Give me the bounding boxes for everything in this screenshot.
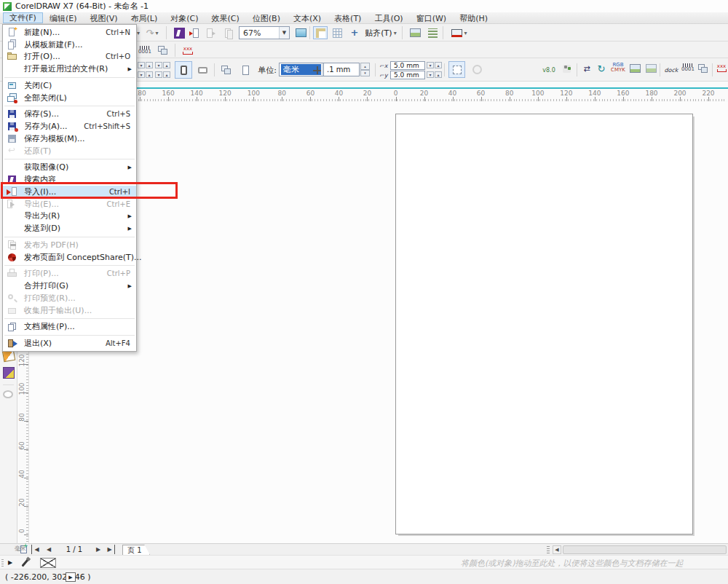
menubar-item-table[interactable]: 表格(T) bbox=[328, 12, 368, 23]
search-content-button[interactable] bbox=[172, 26, 186, 39]
toolbar-separator bbox=[712, 63, 713, 76]
no-color-swatch[interactable] bbox=[40, 558, 56, 568]
color-conversion-button[interactable]: RGB CMYK bbox=[610, 61, 626, 74]
file-menu-item-revert[interactable]: 还原(T) bbox=[3, 145, 136, 157]
resize-options-button[interactable]: ⇄ bbox=[580, 62, 593, 75]
last-page-button[interactable]: ▶ bbox=[105, 545, 115, 554]
ruler-tick bbox=[26, 450, 28, 451]
next-page-button[interactable]: ▶ bbox=[93, 545, 103, 554]
nudge-spinner[interactable]: ▴▾ bbox=[360, 63, 370, 76]
duplicate-x-field[interactable]: 5.0 mm bbox=[390, 61, 425, 70]
file-menu-item-new[interactable]: 新建(N)...Ctrl+N bbox=[3, 26, 136, 39]
zoom-level-combobox[interactable]: 67% ▼ bbox=[239, 26, 290, 39]
treat-as-filled-button[interactable] bbox=[448, 61, 465, 78]
drawing-page[interactable] bbox=[395, 114, 693, 534]
file-menu-item-merge-print[interactable]: 合并打印(G)▶ bbox=[3, 280, 136, 292]
file-menu-item-print[interactable]: 打印(P)...Ctrl+P bbox=[3, 267, 136, 280]
import-button[interactable] bbox=[188, 26, 202, 39]
image-settings-button[interactable] bbox=[628, 62, 642, 75]
file-menu-item-open-recent[interactable]: 打开最近用过的文件(R)▶ bbox=[3, 63, 136, 75]
scrollbar-splitter[interactable] bbox=[547, 546, 550, 553]
file-menu-item-send-to[interactable]: 发送到(D)▶ bbox=[3, 222, 136, 234]
redo-button[interactable]: ↷▾ bbox=[142, 26, 162, 39]
menubar-item-bitmaps[interactable]: 位图(B) bbox=[246, 12, 287, 23]
menubar-item-tools[interactable]: 工具(O) bbox=[368, 12, 409, 23]
menubar-item-object[interactable]: 对象(C) bbox=[164, 12, 205, 23]
duplicate-y-spinner[interactable]: ▾▴ bbox=[427, 71, 443, 78]
page-counter[interactable]: 1 / 1 bbox=[58, 545, 90, 554]
page-height-spinner2[interactable]: ▾▴ bbox=[155, 71, 171, 78]
export-button[interactable] bbox=[204, 26, 218, 39]
image-settings-button-2[interactable] bbox=[644, 62, 658, 75]
file-menu-item-new-from-template[interactable]: 从模板新建(F)... bbox=[3, 39, 136, 51]
landscape-orientation-button[interactable] bbox=[194, 61, 211, 79]
publish-pdf-button[interactable] bbox=[220, 26, 234, 39]
previous-page-button[interactable]: ◀ bbox=[44, 545, 54, 554]
horizontal-scrollbar-thumb[interactable] bbox=[563, 545, 727, 554]
layers-button-2[interactable] bbox=[696, 62, 711, 75]
file-menu-item-close-all[interactable]: 全部关闭(L) bbox=[3, 92, 136, 104]
outline-tool-icon-disabled[interactable] bbox=[3, 390, 13, 398]
all-pages-button[interactable] bbox=[218, 61, 235, 79]
nudge-offset-field[interactable]: .1 mm bbox=[323, 63, 360, 76]
file-menu-item-save-as[interactable]: 另存为(A)...Ctrl+Shift+S bbox=[3, 120, 136, 133]
file-menu-item-save-as-template[interactable]: 保存为模板(M)... bbox=[3, 133, 136, 145]
menubar-item-help[interactable]: 帮助(H) bbox=[453, 12, 494, 23]
file-menu-item-document-properties[interactable]: 文档属性(P)... bbox=[3, 320, 136, 333]
file-menu-item-save[interactable]: 保存(S)...Ctrl+S bbox=[3, 108, 136, 120]
file-menu-item-export-for[interactable]: 导出为(R)▶ bbox=[3, 210, 136, 223]
duplicate-y-field[interactable]: 5.0 mm bbox=[390, 71, 425, 79]
file-menu-item-acquire-image[interactable]: 获取图像(Q)▶ bbox=[3, 161, 136, 173]
show-grid-button[interactable] bbox=[330, 26, 344, 39]
app-launcher-button[interactable]: ▾ bbox=[448, 26, 470, 39]
current-page-button[interactable] bbox=[237, 61, 254, 79]
duplicate-tool-button[interactable] bbox=[156, 44, 170, 57]
compatibility-version-button[interactable]: v8.0 bbox=[540, 63, 558, 76]
file-menu-item-publish-pdf[interactable]: 发布为 PDF(H) bbox=[3, 239, 136, 251]
eyedropper-icon[interactable] bbox=[21, 559, 28, 567]
interactive-fill-tool-icon[interactable] bbox=[3, 367, 15, 379]
share-settings-button[interactable] bbox=[559, 62, 574, 75]
menubar-item-view[interactable]: 视图(V) bbox=[83, 12, 124, 23]
palette-grip[interactable] bbox=[1, 559, 4, 567]
dimension-button-2[interactable]: xxx bbox=[715, 61, 728, 74]
status-expand-button[interactable]: ▶ bbox=[66, 572, 76, 582]
page-tab[interactable]: 页 1 bbox=[122, 545, 150, 555]
portrait-orientation-button[interactable] bbox=[175, 61, 192, 79]
file-menu-item-open[interactable]: 打开(O)...Ctrl+O bbox=[3, 51, 136, 63]
snap-to-dropdown[interactable]: 贴齐(T)▾ bbox=[364, 26, 397, 39]
page-width-spinner[interactable]: ▾▴ bbox=[138, 62, 154, 68]
barcode-button-2[interactable]: 0001 bbox=[680, 61, 696, 74]
file-menu-item-collect-for-output[interactable]: 收集用于输出(U)... bbox=[3, 304, 136, 317]
page-height-spinner[interactable]: ▾▴ bbox=[138, 71, 154, 78]
rotate-options-button[interactable]: ↻ bbox=[595, 62, 608, 75]
palette-flyout-arrow-icon[interactable]: ▶ bbox=[8, 559, 12, 566]
file-menu-item-close[interactable]: 关闭(C) bbox=[3, 79, 136, 92]
first-page-button[interactable]: ◀ bbox=[31, 545, 41, 554]
show-guidelines-button[interactable] bbox=[347, 26, 361, 39]
file-menu-item-export[interactable]: 导出(E)...Ctrl+E bbox=[3, 198, 136, 210]
customize-button[interactable] bbox=[425, 26, 440, 39]
scroll-left-button[interactable]: ◀ bbox=[553, 545, 561, 554]
menubar-item-effects[interactable]: 效果(C) bbox=[205, 12, 246, 23]
page-width-spinner2[interactable]: ▾▴ bbox=[155, 62, 171, 68]
file-menu-item-publish-conceptshare[interactable]: 发布页面到 ConceptShare(T)... bbox=[3, 251, 136, 264]
doc-props-icon bbox=[7, 321, 17, 332]
dimension-tool-button[interactable]: xxx bbox=[179, 44, 197, 57]
menubar-item-file[interactable]: 文件(F) bbox=[3, 12, 43, 23]
dock-button[interactable]: dock bbox=[662, 63, 680, 76]
menubar-item-edit[interactable]: 编辑(E) bbox=[43, 12, 84, 23]
fullscreen-preview-button[interactable] bbox=[293, 26, 308, 39]
menubar-item-window[interactable]: 窗口(W) bbox=[410, 12, 453, 23]
wireframe-button[interactable] bbox=[469, 61, 486, 78]
zoom-level-value: 67% bbox=[240, 28, 279, 38]
barcode-tool-button[interactable]: 0001 bbox=[137, 44, 153, 57]
file-menu-item-exit[interactable]: 退出(X)Alt+F4 bbox=[3, 337, 136, 350]
show-rulers-button[interactable] bbox=[313, 26, 328, 39]
zoom-dropdown-icon[interactable]: ▼ bbox=[279, 27, 289, 39]
file-menu-item-print-preview[interactable]: 打印预览(R)... bbox=[3, 292, 136, 304]
options-button[interactable] bbox=[408, 26, 422, 39]
menubar-item-text[interactable]: 文本(X) bbox=[287, 12, 328, 23]
duplicate-x-spinner[interactable]: ▾▴ bbox=[427, 62, 443, 68]
menubar-item-layout[interactable]: 布局(L) bbox=[124, 12, 165, 23]
